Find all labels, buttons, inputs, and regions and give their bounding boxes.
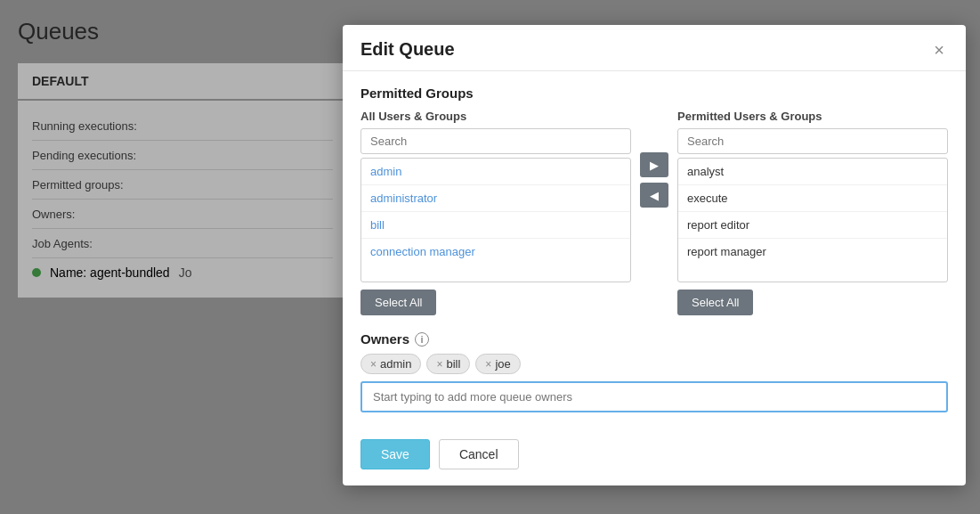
list-item[interactable]: bill — [361, 212, 630, 239]
owner-tag-admin: × admin — [360, 354, 421, 374]
transfer-left-button[interactable]: ◀ — [640, 183, 668, 208]
list-item[interactable]: administrator — [361, 185, 630, 212]
cancel-button[interactable]: Cancel — [439, 439, 519, 469]
transfer-col: ▶ ◀ — [631, 152, 677, 208]
list-item[interactable]: connection manager — [361, 239, 630, 265]
select-all-right-button[interactable]: Select All — [677, 290, 753, 315]
remove-bill-icon[interactable]: × — [436, 358, 442, 371]
list-item[interactable]: analyst — [678, 159, 947, 185]
edit-queue-modal: Edit Queue × Permitted Groups All Users … — [343, 25, 966, 485]
permitted-users-col: Permitted Users & Groups analyst execute… — [677, 110, 948, 315]
remove-joe-icon[interactable]: × — [485, 358, 491, 371]
permitted-users-list: analyst execute report editor report man… — [677, 158, 948, 282]
permitted-groups-title: Permitted Groups — [360, 86, 948, 101]
save-button[interactable]: Save — [360, 439, 430, 469]
modal-body: Permitted Groups All Users & Groups admi… — [343, 71, 966, 430]
select-all-left-button[interactable]: Select All — [360, 290, 436, 315]
owner-tag-joe-label: joe — [495, 357, 510, 371]
owner-tag-bill-label: bill — [446, 357, 460, 371]
owner-tag-bill: × bill — [426, 354, 470, 374]
list-item[interactable]: report manager — [678, 239, 947, 265]
permitted-users-search-input[interactable] — [677, 128, 948, 154]
list-item[interactable]: execute — [678, 185, 947, 212]
all-users-col: All Users & Groups admin administrator b… — [360, 110, 631, 315]
all-users-list: admin administrator bill connection mana… — [360, 158, 631, 282]
owners-section: Owners i × admin × bill × joe — [360, 331, 948, 412]
remove-admin-icon[interactable]: × — [370, 358, 377, 371]
permitted-users-label: Permitted Users & Groups — [677, 110, 948, 123]
owners-title: Owners i — [360, 331, 948, 347]
owners-info-icon: i — [415, 332, 429, 347]
all-users-label: All Users & Groups — [360, 110, 631, 123]
groups-row: All Users & Groups admin administrator b… — [360, 110, 948, 315]
list-item[interactable]: report editor — [678, 212, 947, 239]
owners-tags: × admin × bill × joe — [360, 354, 948, 374]
modal-footer: Save Cancel — [343, 430, 966, 485]
all-users-search-input[interactable] — [360, 128, 631, 154]
owner-tag-admin-label: admin — [380, 357, 411, 371]
transfer-right-button[interactable]: ▶ — [640, 152, 668, 177]
modal-title: Edit Queue — [360, 39, 455, 60]
list-item[interactable]: admin — [361, 159, 630, 185]
close-button[interactable]: × — [930, 41, 948, 59]
owner-tag-joe: × joe — [475, 354, 520, 374]
modal-header: Edit Queue × — [343, 25, 966, 71]
owners-search-input[interactable] — [360, 381, 948, 412]
